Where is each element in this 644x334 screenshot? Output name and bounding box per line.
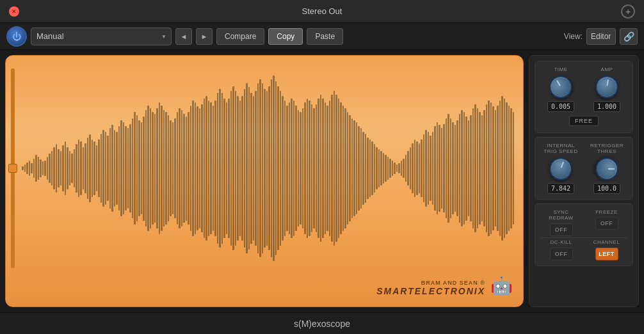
time-knob[interactable] xyxy=(545,71,576,102)
close-button[interactable]: ✕ xyxy=(9,6,19,17)
waveform-bar xyxy=(223,99,225,237)
waveform-bar xyxy=(334,91,335,246)
waveform-bar xyxy=(275,81,277,255)
view-label: View: xyxy=(564,32,583,41)
paste-button[interactable]: Paste xyxy=(307,28,343,45)
waveform-bar xyxy=(226,102,228,234)
waveform-bar xyxy=(286,106,288,231)
waveform-bar xyxy=(455,125,456,212)
sync-redraw-button[interactable]: OFF xyxy=(550,223,573,236)
next-button[interactable]: ► xyxy=(196,28,213,45)
waveform-bar xyxy=(154,114,156,222)
waveform-bar xyxy=(385,155,387,182)
waveform-bar xyxy=(181,110,183,226)
prev-button[interactable]: ◄ xyxy=(175,28,192,45)
waveform-bar xyxy=(253,96,255,241)
dc-kill-button[interactable]: OFF xyxy=(550,248,573,260)
waveform-bar xyxy=(463,112,465,224)
waveform-bar xyxy=(479,112,481,224)
power-button[interactable]: ⏻ xyxy=(6,26,27,47)
waveform-bar xyxy=(456,120,458,217)
waveform-bar xyxy=(421,139,423,198)
waveform-bar xyxy=(221,93,223,243)
waveform-bar xyxy=(114,130,116,207)
waveform-bar xyxy=(495,110,497,226)
channel-group: CHANNEL LEFT xyxy=(586,239,627,260)
channel-button[interactable]: LEFT xyxy=(595,248,618,260)
time-amp-section: TIME 0.005 AMP 1.000 FREE xyxy=(535,61,633,133)
waveform-bar xyxy=(237,96,239,241)
brand-mascot-icon: 🤖 xyxy=(490,275,513,296)
waveform-bar xyxy=(376,147,378,189)
brand-line1: BRAM AND SEAN ® xyxy=(376,280,485,286)
waveform-bar xyxy=(208,100,210,235)
waveform-bar xyxy=(302,108,304,228)
waveform-bar xyxy=(358,126,360,211)
waveform-bar xyxy=(152,112,154,224)
waveform-bar xyxy=(322,99,324,237)
waveform-bar xyxy=(298,110,300,226)
waveform-bar xyxy=(125,126,127,211)
freeze-button[interactable]: OFF xyxy=(595,217,618,230)
waveform-bar xyxy=(255,91,257,246)
waveform-bar xyxy=(423,134,425,202)
waveform-bar xyxy=(67,147,68,189)
waveform-bar xyxy=(351,118,353,219)
waveform-bar xyxy=(65,141,67,196)
waveform-bar xyxy=(277,86,279,251)
amp-knob[interactable] xyxy=(593,74,620,100)
retrigger-knob[interactable] xyxy=(595,157,618,180)
view-select[interactable]: Editor xyxy=(586,28,616,45)
waveform-bar xyxy=(513,112,515,224)
amp-value: 1.000 xyxy=(593,101,620,112)
trig-section: INTERNAL TRIG SPEED 7.842 RETRIGGER THRE… xyxy=(535,137,633,200)
waveform-bar xyxy=(71,154,73,182)
trig-speed-knob[interactable] xyxy=(546,154,576,184)
waveform-bar xyxy=(201,104,203,232)
waveform-bar xyxy=(179,108,181,228)
slider-thumb[interactable] xyxy=(8,164,17,173)
preset-wrapper: Manual xyxy=(31,28,172,45)
waveform-bar xyxy=(425,130,427,207)
waveform-bar xyxy=(468,120,470,217)
freeze-label: FREEZE xyxy=(595,209,618,216)
waveform-bar xyxy=(472,108,474,228)
waveform-bar xyxy=(441,128,443,209)
waveform-bar xyxy=(190,106,192,231)
time-label: TIME xyxy=(554,67,567,73)
waveform-bar xyxy=(214,100,216,235)
waveform-bar xyxy=(248,87,250,250)
waveform-bar xyxy=(459,114,461,222)
waveform-bar xyxy=(219,89,221,248)
preset-dropdown[interactable]: Manual xyxy=(31,28,172,45)
waveform-bar xyxy=(405,155,407,182)
compare-button[interactable]: Compare xyxy=(216,28,264,45)
brand-text: BRAM AND SEAN ® SMARTELECTRONIX xyxy=(376,280,485,296)
copy-button[interactable]: Copy xyxy=(268,28,303,45)
waveform-bar xyxy=(401,161,403,176)
brand-logo: BRAM AND SEAN ® SMARTELECTRONIX 🤖 xyxy=(376,275,513,296)
waveform-bar xyxy=(92,139,93,198)
waveform-bar xyxy=(101,134,102,203)
waveform-bar xyxy=(105,132,107,205)
waveform-bar xyxy=(38,157,40,180)
amp-knob-group: AMP 1.000 xyxy=(586,67,627,112)
waveform-bar xyxy=(396,164,398,172)
time-amp-row: TIME 0.005 AMP 1.000 xyxy=(540,67,627,112)
window-title: Stereo Out xyxy=(302,6,342,16)
waveform-bar xyxy=(262,83,264,253)
vertical-slider[interactable] xyxy=(11,68,15,268)
waveform-bar xyxy=(244,89,246,248)
waveform-bar xyxy=(246,83,248,253)
add-button[interactable]: + xyxy=(621,4,635,19)
retrigger-value: 100.0 xyxy=(593,183,620,194)
waveform-bar xyxy=(93,141,95,196)
link-button[interactable]: 🔗 xyxy=(620,28,638,45)
waveform-bar xyxy=(488,100,490,235)
waveform-bar xyxy=(241,96,243,241)
waveform-bar xyxy=(136,115,138,221)
waveform-bar xyxy=(504,99,506,237)
waveform-bar xyxy=(74,149,76,187)
plugin-title: s(M)exoscope xyxy=(294,319,350,329)
waveform-bar xyxy=(371,141,373,196)
